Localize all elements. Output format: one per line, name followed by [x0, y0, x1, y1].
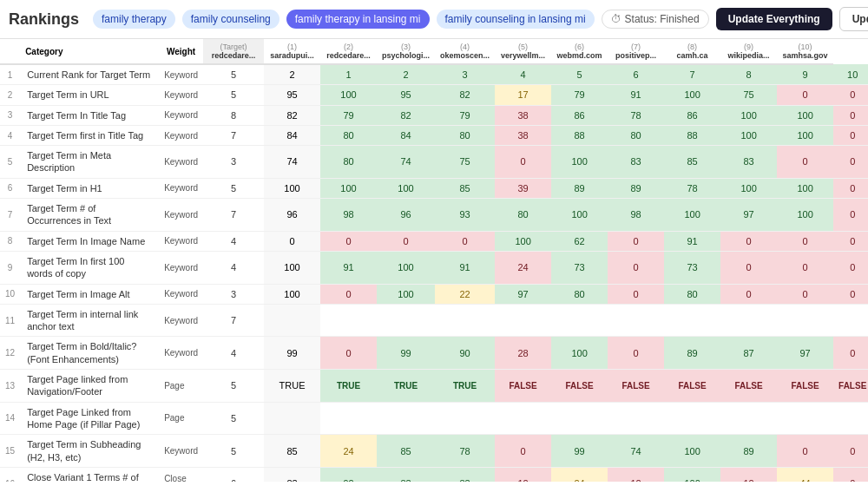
cell-value: 0	[833, 337, 868, 370]
update-serps-button[interactable]: Update SERPs	[839, 7, 868, 31]
cell-value: 83	[720, 146, 777, 179]
cell-value: 73	[551, 251, 608, 284]
target-value: 95	[264, 85, 320, 105]
cell-value: 38	[495, 105, 551, 125]
cell-value: 78	[664, 178, 720, 198]
th-site-2: (3) psychologi...	[377, 39, 435, 64]
cell-value: 95	[377, 85, 435, 105]
cell-value: 0	[495, 435, 551, 468]
cell-value: 12	[495, 467, 551, 482]
row-name: Target Term in URL	[20, 85, 159, 105]
cell-value: 24	[320, 435, 377, 468]
row-name: Target Page linked from Navigation/Foote…	[20, 370, 159, 403]
update-everything-button[interactable]: Update Everything	[716, 8, 832, 30]
cell-value: 100	[495, 231, 551, 251]
cell-value	[720, 402, 777, 435]
rankings-table: Category Weight (Target) redcedare... (1…	[0, 39, 868, 482]
cell-value: 92	[320, 467, 377, 482]
cell-value: FALSE	[608, 370, 664, 403]
cell-value	[377, 402, 435, 435]
cell-value: 75	[435, 146, 495, 179]
keyword-tag-3[interactable]: family counseling in lansing mi	[437, 10, 595, 29]
target-value: 100	[264, 251, 320, 284]
target-value: 83	[264, 467, 320, 482]
cell-value: FALSE	[777, 370, 833, 403]
cell-value: 28	[495, 337, 551, 370]
keyword-tag-2[interactable]: family therapy in lansing mi	[286, 10, 430, 29]
row-weight: 4	[203, 251, 264, 284]
cell-value: 82	[377, 105, 435, 125]
row-category: Keyword	[159, 251, 203, 284]
cell-value: 4	[495, 64, 551, 85]
cell-value: 80	[664, 284, 720, 304]
cell-value: 85	[377, 435, 435, 468]
cell-value: 78	[608, 105, 664, 125]
cell-value: 97	[777, 337, 833, 370]
cell-value: 0	[833, 85, 868, 105]
table-row: 11Target Term in internal link anchor te…	[0, 304, 868, 337]
page-title: Rankings	[9, 10, 79, 29]
cell-value: 74	[608, 435, 664, 468]
keyword-tag-0[interactable]: family therapy	[93, 10, 175, 29]
cell-value: 0	[777, 251, 833, 284]
th-site-4: (5) verywellm...	[495, 39, 551, 64]
cell-value: 100	[320, 85, 377, 105]
row-category: Close Variants	[159, 467, 203, 482]
table-row: 1Current Rank for Target TermKeyword5212…	[0, 64, 868, 85]
row-number: 7	[0, 199, 20, 232]
cell-value: 75	[720, 85, 777, 105]
th-site-5: (6) webmd.com	[551, 39, 608, 64]
cell-value: 84	[377, 125, 435, 145]
row-category: Keyword	[159, 105, 203, 125]
row-name: Target Term In first 100 words of copy	[20, 251, 159, 284]
cell-value: 22	[435, 284, 495, 304]
cell-value: 89	[608, 178, 664, 198]
cell-value: 0	[833, 146, 868, 179]
cell-value: 0	[833, 284, 868, 304]
cell-value: 85	[435, 178, 495, 198]
table-row: 16Close Variant 1 Terms # of Occurences …	[0, 467, 868, 482]
cell-value: 100	[664, 199, 720, 232]
cell-value	[551, 402, 608, 435]
cell-value: 88	[664, 125, 720, 145]
cell-value	[495, 304, 551, 337]
cell-value: 100	[664, 435, 720, 468]
row-number: 1	[0, 64, 20, 85]
cell-value: 96	[377, 199, 435, 232]
cell-value	[495, 402, 551, 435]
cell-value: 10	[833, 64, 868, 85]
cell-value: 100	[720, 105, 777, 125]
cell-value: 87	[720, 337, 777, 370]
cell-value: 2	[377, 64, 435, 85]
cell-value	[551, 304, 608, 337]
status-badge: ⏱ Status: Finished	[602, 10, 709, 29]
cell-value: 39	[495, 178, 551, 198]
cell-value: 0	[720, 251, 777, 284]
row-category: Keyword	[159, 178, 203, 198]
cell-value: 100	[551, 146, 608, 179]
th-weight: Weight	[159, 39, 203, 64]
cell-value: 89	[664, 337, 720, 370]
row-category: Keyword	[159, 337, 203, 370]
cell-value	[435, 304, 495, 337]
row-category: Keyword	[159, 85, 203, 105]
keyword-tag-1[interactable]: family counseling	[182, 10, 279, 29]
cell-value: 73	[664, 251, 720, 284]
cell-value: 7	[664, 64, 720, 85]
cell-value: 38	[495, 125, 551, 145]
cell-value: 0	[435, 231, 495, 251]
cell-value: 86	[664, 105, 720, 125]
cell-value: 100	[551, 199, 608, 232]
cell-value: 0	[777, 435, 833, 468]
table-row: 6Target Term in H1Keyword510010010085398…	[0, 178, 868, 198]
row-number: 6	[0, 178, 20, 198]
cell-value: 0	[833, 178, 868, 198]
cell-value: 0	[777, 146, 833, 179]
cell-value: 80	[320, 146, 377, 179]
cell-value	[833, 304, 868, 337]
row-weight: 3	[203, 284, 264, 304]
cell-value: 89	[720, 435, 777, 468]
cell-value: 0	[777, 284, 833, 304]
row-category: Keyword	[159, 146, 203, 179]
cell-value: 78	[435, 435, 495, 468]
